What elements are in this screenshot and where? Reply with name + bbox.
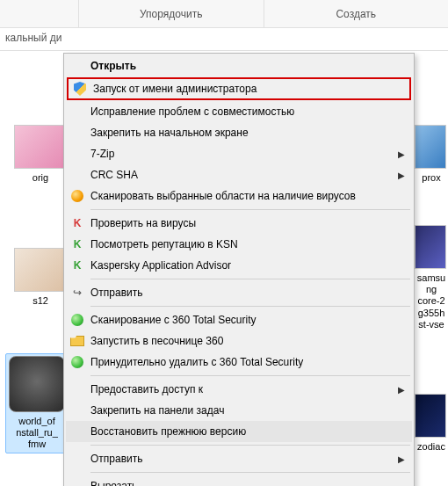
- toolbar-spacer: [0, 0, 79, 27]
- file-item-selected[interactable]: world_of nstall_ru_ fmw: [5, 353, 69, 453]
- breadcrumb[interactable]: кальный ди: [0, 28, 448, 51]
- menu-360-forcedel-label: Принудительно удалить с 360 Total Securi…: [90, 356, 303, 368]
- menu-scan-selected-label: Сканировать выбранные области на наличие…: [90, 190, 356, 202]
- chevron-right-icon: ▶: [398, 385, 405, 395]
- menu-cut[interactable]: Вырезать: [66, 475, 412, 486]
- file-thumbnail: [415, 125, 446, 169]
- file-label: zodiac: [415, 441, 448, 453]
- menu-run-as-admin[interactable]: Запуск от имени администратора: [67, 77, 411, 100]
- kaspersky-icon: K: [69, 215, 85, 231]
- menu-sendto[interactable]: Отправить ▶: [66, 448, 412, 469]
- file-thumbnail: [14, 125, 67, 169]
- kaspersky-icon: K: [69, 258, 85, 273]
- ts360-icon: [69, 354, 85, 370]
- menu-ksn[interactable]: K Посмотреть репутацию в KSN: [66, 234, 412, 255]
- file-label: samsung core-2 g355h st-vse: [415, 272, 448, 330]
- menu-check-virus-label: Проверить на вирусы: [90, 217, 196, 229]
- toolbar: Упорядочить Создать: [0, 0, 448, 28]
- menu-compat-label: Исправление проблем с совместимостью: [90, 105, 294, 118]
- menu-separator: [90, 375, 410, 376]
- chevron-right-icon: ▶: [398, 149, 405, 159]
- menu-cut-label: Вырезать: [90, 480, 137, 486]
- menu-grant-access-label: Предоставить доступ к: [90, 383, 203, 395]
- menu-grant-access[interactable]: Предоставить доступ к ▶: [66, 379, 412, 400]
- menu-pin-taskbar-label: Закрепить на панели задач: [90, 404, 224, 417]
- menu-crc-label: CRC SHA: [90, 169, 138, 181]
- menu-360-sandbox-label: Запустить в песочнице 360: [90, 335, 223, 347]
- menu-sendto-label: Отправить: [90, 453, 143, 465]
- file-item[interactable]: prox: [415, 125, 448, 184]
- file-label: world_of nstall_ru_ fmw: [8, 416, 66, 451]
- file-item[interactable]: zodiac: [415, 394, 448, 453]
- menu-separator: [90, 445, 410, 446]
- file-thumbnail: [415, 225, 446, 269]
- menu-send-share[interactable]: ↪ Отправить: [66, 282, 412, 303]
- file-thumbnail: [415, 394, 446, 438]
- toolbar-organize-label: Упорядочить: [140, 8, 202, 20]
- menu-open-label: Открыть: [90, 60, 136, 72]
- context-menu: Открыть Запуск от имени администратора И…: [63, 53, 415, 486]
- menu-restore-previous[interactable]: Восстановить прежнюю версию: [66, 421, 412, 442]
- menu-restore-previous-label: Восстановить прежнюю версию: [90, 425, 246, 438]
- shield-icon: [72, 81, 88, 97]
- ts360-icon: [69, 312, 85, 328]
- menu-360-forcedel[interactable]: Принудительно удалить с 360 Total Securi…: [66, 352, 412, 373]
- breadcrumb-text: кальный ди: [5, 32, 61, 44]
- menu-ksn-label: Посмотреть репутацию в KSN: [90, 238, 238, 250]
- file-item[interactable]: samsung core-2 g355h st-vse: [415, 225, 448, 330]
- menu-360-scan-label: Сканирование с 360 Total Security: [90, 314, 257, 326]
- toolbar-organize[interactable]: Упорядочить: [79, 0, 264, 27]
- chevron-right-icon: ▶: [398, 454, 405, 464]
- menu-separator: [90, 306, 410, 307]
- menu-open[interactable]: Открыть: [66, 55, 412, 76]
- file-label: prox: [415, 172, 448, 184]
- menu-360-scan[interactable]: Сканирование с 360 Total Security: [66, 309, 412, 330]
- menu-send-share-label: Отправить: [90, 287, 143, 299]
- menu-check-virus[interactable]: K Проверить на вирусы: [66, 213, 412, 234]
- avast-icon: [69, 188, 85, 204]
- menu-kaa[interactable]: K Kaspersky Application Advisor: [66, 255, 412, 276]
- file-thumbnail: [14, 248, 67, 292]
- share-icon: ↪: [69, 285, 85, 301]
- toolbar-create[interactable]: Создать: [264, 0, 449, 27]
- menu-separator: [90, 209, 410, 210]
- menu-7zip-label: 7-Zip: [90, 148, 114, 160]
- menu-kaa-label: Kaspersky Application Advisor: [90, 259, 231, 272]
- menu-scan-selected[interactable]: Сканировать выбранные области на наличие…: [66, 185, 412, 207]
- menu-compat-troubleshoot[interactable]: Исправление проблем с совместимостью: [66, 101, 412, 122]
- kaspersky-icon: K: [69, 236, 85, 252]
- file-area: orig s12 world_of nstall_ru_ fmw prox sa…: [0, 53, 448, 486]
- menu-pin-taskbar[interactable]: Закрепить на панели задач: [66, 400, 412, 421]
- menu-pin-start-label: Закрепить на начальном экране: [90, 127, 249, 139]
- menu-pin-start[interactable]: Закрепить на начальном экране: [66, 122, 412, 143]
- chevron-right-icon: ▶: [398, 170, 405, 180]
- menu-crc-sha[interactable]: CRC SHA ▶: [66, 164, 412, 185]
- menu-separator: [90, 279, 410, 279]
- file-thumbnail: [9, 356, 65, 412]
- menu-360-sandbox[interactable]: Запустить в песочнице 360: [66, 330, 412, 352]
- toolbar-create-label: Создать: [336, 8, 376, 20]
- menu-separator: [90, 472, 410, 473]
- menu-7zip[interactable]: 7-Zip ▶: [66, 143, 412, 164]
- menu-run-as-admin-label: Запуск от имени администратора: [93, 83, 257, 95]
- sandbox-icon: [69, 333, 85, 349]
